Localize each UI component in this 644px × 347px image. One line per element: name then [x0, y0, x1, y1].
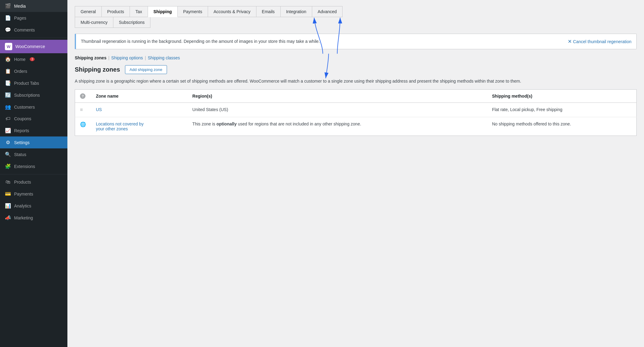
- shipping-zones-description: A shipping zone is a geographic region w…: [75, 78, 637, 84]
- tab-emails[interactable]: Emails: [256, 6, 281, 17]
- tab-payments[interactable]: Payments: [177, 6, 208, 17]
- pages-icon: 📄: [5, 15, 11, 21]
- tabs-row2: Multi-currency Subscriptions: [75, 17, 637, 28]
- sidebar-item-label: Product Tabs: [14, 81, 39, 86]
- other-zones-methods-cell: No shipping methods offered to this zone…: [487, 117, 637, 136]
- sidebar-item-coupons[interactable]: 🏷 Coupons: [0, 113, 67, 125]
- help-icon[interactable]: ?: [80, 93, 85, 99]
- sidebar-item-label: Pages: [14, 16, 26, 21]
- sidebar-item-orders[interactable]: 📋 Orders: [0, 65, 67, 77]
- other-zones-name-cell: Locations not covered byyour other zones: [91, 117, 188, 136]
- sidebar-item-label: Reports: [14, 128, 29, 133]
- shipping-options-link[interactable]: Shipping options: [111, 55, 143, 60]
- tab-products[interactable]: Products: [101, 6, 130, 17]
- sidebar-item-analytics[interactable]: 📊 Analytics: [0, 200, 67, 212]
- zones-table: ? Zone name Region(s) Shipping method(s)…: [75, 89, 637, 136]
- shipping-zones-link-active[interactable]: Shipping zones: [75, 55, 106, 60]
- sidebar-item-label: Status: [14, 152, 26, 157]
- analytics-icon: 📊: [5, 203, 11, 209]
- woo-icon: W: [5, 43, 12, 50]
- tab-multi-currency[interactable]: Multi-currency: [75, 17, 113, 28]
- subnav-separator1: |: [108, 55, 109, 60]
- shipping-classes-link[interactable]: Shipping classes: [148, 55, 180, 60]
- sidebar-item-woocommerce[interactable]: W WooCommerce: [0, 40, 67, 53]
- tab-subscriptions[interactable]: Subscriptions: [113, 17, 150, 28]
- sidebar-item-extensions[interactable]: 🧩 Extensions: [0, 160, 67, 172]
- sidebar-item-label: Products: [14, 180, 31, 185]
- sidebar-item-label: Marketing: [14, 215, 33, 220]
- table-row: ≡ US United States (US) Flat rate, Local…: [75, 103, 637, 117]
- extensions-icon: 🧩: [5, 163, 11, 169]
- globe-icon-cell: 🌐: [75, 117, 91, 136]
- sidebar-item-label: Analytics: [14, 203, 31, 208]
- section-header: Shipping zones Add shipping zone: [75, 65, 637, 74]
- sidebar-item-products[interactable]: 🛍 Products: [0, 176, 67, 188]
- coupons-icon: 🏷: [5, 116, 11, 121]
- tab-tax[interactable]: Tax: [130, 6, 148, 17]
- sidebar-item-label: Media: [14, 4, 26, 9]
- payments-icon: 💳: [5, 191, 11, 197]
- sidebar-item-customers[interactable]: 👥 Customers: [0, 101, 67, 113]
- section-title: Shipping zones: [75, 66, 120, 73]
- sidebar-item-marketing[interactable]: 📣 Marketing: [0, 212, 67, 224]
- sidebar-item-label: Home: [14, 57, 25, 62]
- sidebar-item-media[interactable]: 🎬 Media: [0, 0, 67, 12]
- add-shipping-zone-button[interactable]: Add shipping zone: [125, 65, 167, 74]
- sidebar-item-label: Subscriptions: [14, 93, 40, 98]
- sidebar-item-comments[interactable]: 💬 Comments: [0, 24, 67, 36]
- us-zone-link[interactable]: US: [96, 107, 102, 112]
- table-row: 🌐 Locations not covered byyour other zon…: [75, 117, 637, 136]
- subscriptions-icon: 🔄: [5, 92, 11, 98]
- other-zones-region-cell: This zone is optionally used for regions…: [188, 117, 487, 136]
- sidebar-item-home[interactable]: 🏠 Home 3: [0, 53, 67, 65]
- col-header-icon: ?: [75, 90, 91, 103]
- sidebar-item-label: Coupons: [14, 116, 31, 121]
- sidebar-item-payments[interactable]: 💳 Payments: [0, 188, 67, 200]
- sidebar-item-product-tabs[interactable]: 📑 Product Tabs: [0, 77, 67, 89]
- tab-accounts-privacy[interactable]: Accounts & Privacy: [208, 6, 256, 17]
- cancel-icon: ✕: [568, 39, 572, 44]
- tab-shipping[interactable]: Shipping: [148, 6, 178, 17]
- sidebar-item-pages[interactable]: 📄 Pages: [0, 12, 67, 24]
- sidebar-item-label: Customers: [14, 105, 35, 110]
- home-badge: 3: [30, 57, 35, 61]
- sidebar-item-status[interactable]: 🔍 Status: [0, 148, 67, 160]
- sidebar-item-subscriptions[interactable]: 🔄 Subscriptions: [0, 89, 67, 101]
- col-header-methods: Shipping method(s): [487, 90, 637, 103]
- us-zone-methods-cell: Flat rate, Local pickup, Free shipping: [487, 103, 637, 117]
- sidebar-item-settings[interactable]: ⚙ Settings: [0, 136, 67, 148]
- orders-icon: 📋: [5, 68, 11, 74]
- main-content: General Products Tax Shipping Payments A…: [67, 0, 644, 347]
- settings-icon: ⚙: [5, 140, 11, 145]
- drag-handle-icon[interactable]: ≡: [80, 107, 83, 112]
- cancel-label: Cancel thumbnail regeneration: [573, 39, 631, 44]
- sidebar-item-label: Extensions: [14, 164, 35, 169]
- sidebar-item-label: Payments: [14, 192, 33, 196]
- tab-integration[interactable]: Integration: [280, 6, 312, 17]
- shipping-subnav: Shipping zones | Shipping options | Ship…: [75, 55, 637, 60]
- media-icon: 🎬: [5, 3, 11, 9]
- sidebar-item-label: Comments: [14, 28, 35, 32]
- sidebar-item-reports[interactable]: 📈 Reports: [0, 125, 67, 136]
- reports-icon: 📈: [5, 128, 11, 133]
- comments-icon: 💬: [5, 27, 11, 33]
- tab-advanced[interactable]: Advanced: [312, 6, 343, 17]
- sidebar-item-label: Settings: [14, 140, 30, 145]
- sidebar-item-label: Orders: [14, 69, 27, 74]
- table-header-row: ? Zone name Region(s) Shipping method(s): [75, 90, 637, 103]
- customers-icon: 👥: [5, 104, 11, 110]
- marketing-icon: 📣: [5, 215, 11, 221]
- cancel-thumbnail-btn[interactable]: ✕ Cancel thumbnail regeneration: [568, 39, 631, 44]
- content-area: General Products Tax Shipping Payments A…: [67, 0, 644, 347]
- tab-general[interactable]: General: [75, 6, 102, 17]
- us-zone-methods: Flat rate, Local pickup, Free shipping: [492, 107, 563, 112]
- drag-handle-cell: ≡: [75, 103, 91, 117]
- globe-icon: 🌐: [80, 122, 86, 127]
- notice-text: Thumbnail regeneration is running in the…: [81, 38, 320, 45]
- other-zones-link[interactable]: Locations not covered byyour other zones: [96, 121, 144, 131]
- col-header-zone-name: Zone name: [91, 90, 188, 103]
- sidebar: 🎬 Media 📄 Pages 💬 Comments W WooCommerce…: [0, 0, 67, 347]
- product-tabs-icon: 📑: [5, 80, 11, 86]
- separator2: [0, 174, 67, 174]
- products-icon: 🛍: [5, 179, 11, 185]
